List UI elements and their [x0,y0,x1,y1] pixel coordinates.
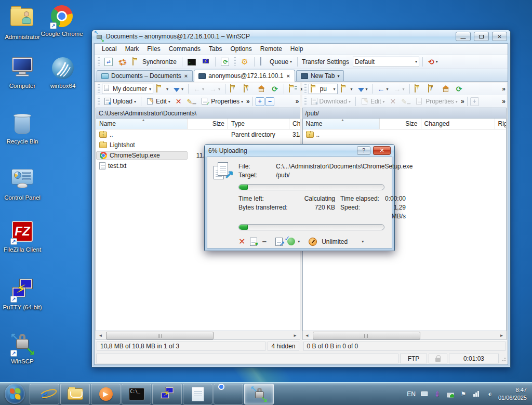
home-directory-button[interactable] [440,84,452,94]
resize-grip[interactable] [501,356,506,361]
rename-button[interactable]: ✎▁ [184,97,198,107]
menu-mark[interactable]: Mark [121,44,143,54]
desktop-icon-putty[interactable]: ⚡ ↗ PuTTY (64-bit) [0,279,45,311]
root-directory-button[interactable]: \ [242,84,254,94]
forward-button[interactable]: →▾ [392,84,407,94]
start-button[interactable] [5,384,25,404]
overflow-chevron[interactable]: » [461,98,464,105]
back-button[interactable]: ←▾ [376,84,391,94]
overflow-chevron[interactable]: » [502,98,506,105]
taskbar-chrome[interactable] [214,384,243,404]
overflow-chevron[interactable]: » [296,98,299,105]
once-finished-button[interactable]: ✓ [287,238,295,245]
filter-button[interactable]: ▾ [171,85,185,93]
open-directory-button[interactable]: ▾ [154,84,170,94]
desktop-icon-computer[interactable]: Computer [0,55,45,90]
menu-local[interactable]: Local [98,44,121,54]
taskbar-windows-explorer[interactable] [60,384,90,404]
move-to-queue-button[interactable]: ➧ [250,238,257,246]
local-drive-combo[interactable]: My documer ▾ [102,84,153,94]
desktop-icon-winscp[interactable]: ↖↘ ↗ WinSCP [0,333,45,365]
scroll-left-icon[interactable]: ◄ [96,333,105,338]
toolbar-grip[interactable] [98,57,100,67]
menu-help[interactable]: Help [286,44,308,54]
close-button[interactable]: ✕ [492,32,507,41]
delete-button[interactable]: ✕ [174,96,184,107]
scroll-left-icon[interactable]: ◄ [303,333,312,338]
title-bar[interactable]: ↖ ↘ Documents – anonymous@172.16.100.1 –… [92,30,510,43]
transfer-settings-combo[interactable]: Default ▾ [353,57,419,67]
directory-tree-button[interactable] [287,84,299,94]
column-header-size[interactable]: Size [188,119,228,129]
taskbar-command-prompt[interactable]: C:\_ [122,384,151,404]
minimize-button[interactable]: — [456,32,471,41]
column-header-name[interactable]: ▲ Name [96,119,188,129]
action-center-flag-icon[interactable]: ⚑ [459,390,468,398]
dialog-help-button[interactable]: ? [357,146,370,155]
speed-limit-value[interactable]: Unlimited [322,238,348,245]
parent-directory-button[interactable]: ↑ [413,84,425,94]
language-indicator[interactable]: EN [407,390,416,398]
file-row-parent[interactable]: ↑.. [303,129,507,140]
download-button[interactable]: ➧ Download ▾ [309,96,353,107]
lightshot-tray-icon[interactable]: ✐ [432,388,444,400]
volume-tray-icon[interactable]: ◖) [485,390,494,398]
scroll-right-icon[interactable]: ► [291,333,300,338]
remote-drive-combo[interactable]: pu ▾ [309,84,338,94]
desktop-icon-filezilla[interactable]: FZ ↗ FileZilla Client [0,219,45,254]
statusbar-protocol[interactable]: FTP [400,354,427,363]
network-tray-icon[interactable] [472,390,481,398]
menu-options[interactable]: Options [226,44,256,54]
column-header-changed[interactable]: Changed [289,119,300,129]
desktop-icon-control-panel[interactable]: Control Panel [0,166,45,202]
toolbar-grip[interactable] [98,84,100,94]
refresh-panel-button[interactable]: ⟳ [453,84,466,94]
toolbar-grip[interactable] [98,97,100,106]
menu-remote[interactable]: Remote [256,44,286,54]
toolbar-grip[interactable] [304,84,307,94]
increase-font-button[interactable]: + [256,97,264,106]
column-header-rights[interactable]: Rights [495,119,507,129]
queue-show-button[interactable]: ↗ [275,238,283,246]
display-tray-icon[interactable] [420,390,429,398]
minimize-dialog-button[interactable]: − [262,237,267,246]
tab-session-anonymous[interactable]: anonymous@172.16.100.1 × [194,70,295,82]
toolbar-grip[interactable] [304,97,307,106]
dialog-close-button[interactable]: ✕ [373,146,391,155]
tab-new[interactable]: New Tab ▾ [296,70,344,81]
upload-button[interactable]: ➧ Upload ▾ [102,96,138,107]
column-header-name[interactable]: ▲ Name [303,119,380,129]
desktop-icon-google-chrome[interactable]: ↗ Google Chrome [39,4,84,38]
synchronize-button[interactable]: Synchronize [130,57,179,67]
decrease-font-button[interactable]: − [265,97,274,106]
column-header-size[interactable]: Size [380,119,421,129]
rename-button[interactable]: ✎▁ [399,97,413,107]
taskbar-putty[interactable]: ⚡ [152,384,182,404]
compare-directories-button[interactable]: ⇄ [102,57,115,67]
taskbar-internet-explorer[interactable]: e [30,384,59,404]
maximize-button[interactable] [474,32,489,41]
local-hidden-count[interactable]: 4 hidden [268,342,299,351]
overflow-chevron[interactable]: » [502,85,506,93]
queue-button[interactable]: Queue ▾ [258,57,294,67]
refresh-panel-button[interactable]: ⟳ [269,84,281,94]
taskbar-clock[interactable]: 8:47 01/06/2025 [498,386,527,402]
menu-files[interactable]: Files [143,44,164,54]
local-horizontal-scrollbar[interactable]: ◄ ► [96,331,300,340]
back-button[interactable]: ←▾ [191,84,206,94]
edit-button[interactable]: ✎ Edit ▾ [358,96,387,107]
remote-horizontal-scrollbar[interactable]: ◄ ► [302,331,507,340]
refresh-button[interactable]: ⟳ [219,57,231,67]
taskbar-winscp-active[interactable]: ↖↘ [244,384,274,404]
open-console-button[interactable]: >_ [185,57,198,67]
taskbar-notepad[interactable] [183,384,212,404]
properties-button[interactable]: Properties ▾ [414,96,460,107]
column-header-type[interactable]: Type [228,119,289,129]
speed-limit-icon[interactable] [309,238,317,246]
delete-button[interactable]: ✕ [388,96,398,107]
statusbar-encryption[interactable] [429,354,447,363]
scroll-right-icon[interactable]: ► [497,333,506,338]
menu-commands[interactable]: Commands [165,44,205,54]
taskbar-media-player[interactable]: ▶ [91,384,121,404]
synchronize-browsing-button[interactable]: ⮔ [116,57,129,67]
